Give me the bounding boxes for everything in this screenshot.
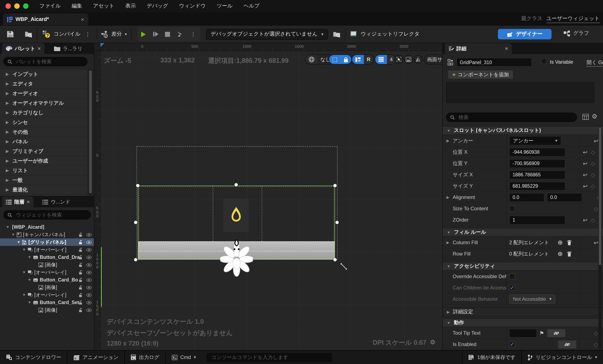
- eye-icon[interactable]: [86, 270, 92, 274]
- position-x-field[interactable]: [509, 148, 565, 156]
- details-settings-gear-icon[interactable]: ⚙: [592, 113, 597, 120]
- palette-category-uncategorized[interactable]: ▶カテゴリなし: [0, 108, 87, 118]
- parent-class-link[interactable]: ユーザーウィジェット: [546, 15, 600, 23]
- anchor-dropdown[interactable]: アンカー▾: [509, 136, 561, 145]
- section-behavior[interactable]: ▼動作: [443, 318, 603, 327]
- lock-open-icon[interactable]: [79, 293, 83, 297]
- section-advanced[interactable]: ▶詳細設定: [443, 307, 603, 316]
- maximize-window-button[interactable]: [23, 3, 28, 9]
- is-enabled-checkbox[interactable]: ✓: [509, 341, 515, 347]
- tab-details[interactable]: 詳細 ×: [445, 43, 512, 54]
- console-input[interactable]: [207, 353, 332, 362]
- bind-diamond-icon[interactable]: ◇: [591, 149, 595, 155]
- reset-icon[interactable]: ↩: [594, 138, 598, 144]
- hierarchy-row-image-1[interactable]: [画像]: [0, 261, 94, 269]
- palette-category-synth[interactable]: ▶シンセ: [0, 118, 87, 127]
- designer-canvas[interactable]: 0 500 1000 1500 2000 2500 500 0 500 1000…: [94, 43, 442, 350]
- tab-library[interactable]: ラ...ラリ: [50, 43, 86, 54]
- is-variable-checkbox[interactable]: [541, 58, 547, 64]
- handle-mid-left[interactable]: [134, 221, 137, 224]
- widget-name-field[interactable]: [456, 58, 532, 67]
- handle-bottom-left[interactable]: [134, 258, 137, 261]
- respect-locks-button[interactable]: R: [364, 55, 373, 64]
- designer-mode-button[interactable]: デザイナー: [498, 29, 552, 39]
- eye-icon[interactable]: [86, 263, 92, 267]
- size-to-content-checkbox[interactable]: [509, 206, 515, 211]
- menu-window[interactable]: ウィンドウ: [179, 2, 206, 10]
- lock-open-icon[interactable]: [79, 300, 83, 305]
- diff-button[interactable]: 差分 ▾: [101, 30, 127, 38]
- tab-palette[interactable]: パレット ×: [2, 43, 44, 54]
- lock-open-icon[interactable]: [79, 285, 83, 290]
- palette-category-audio-material[interactable]: ▶オーディオマテリアル: [0, 98, 87, 108]
- hierarchy-search-input[interactable]: [15, 211, 87, 218]
- hierarchy-row-image-2[interactable]: [画像]: [0, 283, 94, 291]
- output-log-button[interactable]: 出力ログ: [125, 351, 165, 364]
- palette-scrollbar[interactable]: [89, 70, 92, 195]
- selection-lock-group[interactable]: [329, 54, 352, 65]
- screen-size-button[interactable]: 画面サ: [424, 54, 442, 65]
- flip-preview-button[interactable]: [414, 55, 423, 64]
- hierarchy-row-image-3[interactable]: [画像]: [0, 306, 94, 314]
- compile-button[interactable]: ? コンパイル ⋮: [42, 30, 92, 38]
- bind-diamond-icon[interactable]: ◇: [594, 341, 598, 347]
- palette-category-primitive[interactable]: ▶プリミティブ: [0, 147, 87, 156]
- handle-top-mid[interactable]: [234, 183, 238, 186]
- eye-icon[interactable]: [86, 233, 92, 236]
- eye-icon[interactable]: [86, 240, 92, 244]
- bind-diamond-icon[interactable]: ◇: [594, 205, 598, 212]
- palette-category-audio[interactable]: ▶オーディオ: [0, 89, 87, 98]
- console-command-input[interactable]: [211, 354, 328, 361]
- trash-icon[interactable]: [567, 240, 572, 245]
- play-icon[interactable]: [140, 31, 147, 37]
- hierarchy-row-overlay-3[interactable]: ▼ [オーバーレイ]: [0, 291, 94, 299]
- reset-icon[interactable]: ↩: [583, 149, 588, 155]
- browse-asset-icon[interactable]: [25, 31, 33, 38]
- play-options-icon[interactable]: ⋮: [191, 31, 196, 37]
- handle-bottom-right[interactable]: [333, 258, 337, 261]
- menu-edit[interactable]: 編集: [72, 2, 82, 10]
- reset-icon[interactable]: ↩: [594, 239, 598, 246]
- section-slot[interactable]: ▼スロット (キャンバスパネルスロット): [443, 126, 603, 135]
- zorder-field[interactable]: [509, 215, 565, 224]
- tab-wbp-aicard[interactable]: WBP_Aicard* ×: [3, 13, 88, 25]
- eye-icon[interactable]: [86, 248, 92, 252]
- reset-icon[interactable]: ↩: [583, 172, 588, 178]
- hierarchy-tab-close-icon[interactable]: ×: [27, 199, 30, 205]
- menu-debug[interactable]: デバッグ: [147, 2, 168, 10]
- tab-bind-window[interactable]: ウ...ンド: [38, 197, 74, 207]
- size-y-field[interactable]: [509, 182, 565, 190]
- card-fan-image[interactable]: [220, 239, 253, 283]
- lock-icon[interactable]: [340, 55, 351, 64]
- debug-object-dropdown[interactable]: デバッグオブジェクトが選択されていません ▾: [206, 29, 328, 40]
- palette-search[interactable]: [3, 57, 88, 66]
- layout-outline-icon[interactable]: [352, 55, 364, 64]
- compile-options-icon[interactable]: ⋮: [85, 31, 91, 37]
- section-fill-rules[interactable]: ▼フィル ルール: [443, 228, 603, 237]
- card-widget[interactable]: [223, 198, 249, 233]
- bind-link-button[interactable]: [547, 329, 566, 337]
- lock-open-icon[interactable]: [79, 262, 83, 267]
- palette-category-optimization[interactable]: ▶最適化: [0, 185, 87, 195]
- handle-top-left[interactable]: [136, 184, 139, 187]
- hierarchy-search[interactable]: [3, 210, 91, 220]
- menu-asset[interactable]: アセット: [93, 2, 114, 10]
- menu-tools[interactable]: ツール: [217, 2, 233, 10]
- add-element-icon[interactable]: ⊕: [557, 250, 563, 258]
- layout-respect-group[interactable]: R: [352, 54, 374, 65]
- palette-tab-close-icon[interactable]: ×: [38, 46, 41, 51]
- position-y-field[interactable]: [509, 159, 565, 168]
- handle-top-right[interactable]: [333, 184, 337, 187]
- palette-category-common[interactable]: ▶一般: [0, 176, 87, 185]
- palette-category-panel[interactable]: ▶パネル: [0, 137, 87, 147]
- palette-category-input[interactable]: ▶インプット: [0, 70, 87, 79]
- override-accessible-checkbox[interactable]: [509, 273, 515, 279]
- minimize-window-button[interactable]: [14, 3, 20, 9]
- grid-snap-icon[interactable]: [375, 55, 387, 64]
- bind-diamond-icon[interactable]: ◇: [594, 330, 598, 336]
- bind-diamond-icon[interactable]: ◇: [591, 217, 595, 223]
- bind-link-button[interactable]: [558, 340, 577, 349]
- save-icon[interactable]: [7, 31, 14, 38]
- dpi-settings-gear-icon[interactable]: ⚙: [430, 339, 436, 346]
- trash-icon[interactable]: [567, 251, 572, 257]
